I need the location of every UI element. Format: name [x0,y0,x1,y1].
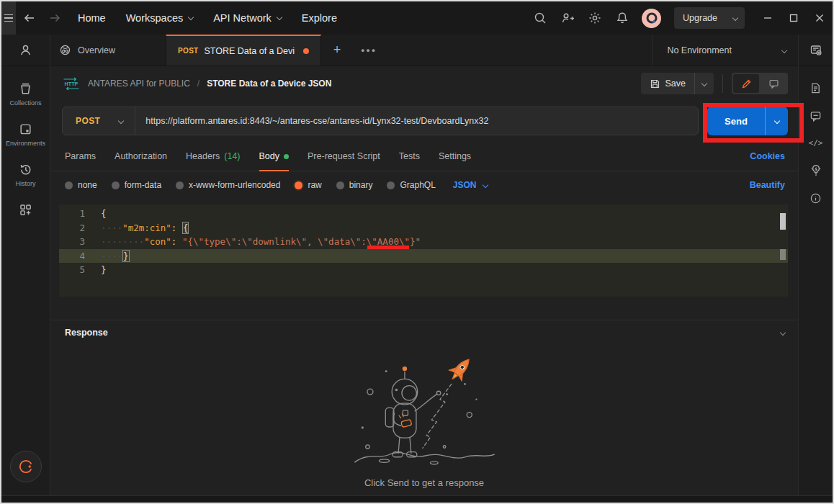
code-token: { [101,208,107,219]
nav-item-api-network[interactable]: API Network [203,1,292,35]
nav-item-explore[interactable]: Explore [292,1,347,35]
save-button[interactable]: Save [641,73,714,94]
sidebar-item-collections[interactable]: Collections [1,82,50,107]
sidebar-item-environments[interactable]: Environments [1,122,50,147]
maximize-button[interactable] [781,1,807,35]
left-sidebar: Collections Environments History [1,35,50,495]
nav-item-workspaces[interactable]: Workspaces [116,1,204,35]
minimize-button[interactable] [755,1,781,35]
collapse-chevron-icon[interactable] [780,330,786,336]
invite-user-icon[interactable] [554,1,581,35]
editor-scroll-mark [780,249,786,260]
environment-selector[interactable]: No Environment [652,35,798,66]
tab-label: Tests [399,151,420,161]
hamburger-menu-icon[interactable] [1,1,16,35]
tab-overview[interactable]: Overview [50,35,166,66]
bulb-tips-icon[interactable] [810,163,822,176]
tab-options-ellipsis-icon[interactable]: ●●● [353,35,385,66]
tab-label: Authorization [115,151,167,161]
code-token: "con" [144,236,171,247]
url-input[interactable]: https://platform.antares.id:8443/~/antar… [135,116,498,126]
postman-window: HomeWorkspacesAPI NetworkExplore Upgrade [0,0,834,504]
forward-arrow-icon[interactable] [42,12,68,24]
radio-dot-icon [112,181,120,189]
save-options-button[interactable] [694,73,714,94]
line-code: } [101,263,107,277]
code-token: ···· [101,222,122,233]
body-type-binary[interactable]: binary [336,180,373,190]
close-button[interactable] [807,1,833,35]
notifications-bell-icon[interactable] [609,1,636,35]
tab-authorization[interactable]: Authorization [115,141,167,171]
collections-tray-icon [19,82,32,96]
tab-store-data-request[interactable]: POST STORE Data of a Devi [166,35,321,66]
search-icon[interactable] [526,1,554,35]
tab-tests[interactable]: Tests [399,141,420,171]
workspace-grid-icon [19,203,32,217]
editor-line: 1{ [59,207,788,221]
tab-headers[interactable]: Headers(14) [186,141,240,171]
edit-comment-toggle [732,73,788,94]
nav-item-label: API Network [213,12,272,24]
upgrade-button[interactable]: Upgrade [674,7,745,29]
info-icon[interactable] [810,192,822,204]
body-type-graphql[interactable]: GraphQL [387,180,435,190]
unsaved-dot-icon [303,48,309,54]
tab-pre-request-script[interactable]: Pre-request Script [308,141,380,171]
breadcrumb-separator: / [197,78,199,89]
comment-icon [768,78,779,89]
comments-icon[interactable] [810,110,822,122]
beautify-link[interactable]: Beautify [750,180,785,190]
sidebar-item-history[interactable]: History [1,163,50,187]
send-options-button[interactable] [765,107,788,135]
documentation-icon[interactable] [810,82,822,94]
radio-label: none [78,180,97,190]
line-code: { [101,207,107,221]
tab-title: STORE Data of a Devi [205,46,295,56]
tab-count-badge: (14) [224,151,240,161]
nav-item-label: Workspaces [126,12,184,24]
tab-label: Params [65,151,96,161]
comment-button[interactable] [761,74,786,93]
format-select[interactable]: JSON [453,180,488,190]
code-token: ···· [101,251,122,261]
breadcrumb-collection[interactable]: ANTARES API for PUBLIC [88,78,190,89]
code-token: ········ [101,236,144,247]
pencil-icon [741,78,752,89]
tab-label: Settings [439,151,471,161]
avatar[interactable] [642,9,661,28]
edit-pencil-button[interactable] [733,74,759,93]
new-tab-plus-icon[interactable]: + [321,35,353,66]
nav-item-home[interactable]: Home [68,1,116,35]
line-number: 3 [59,235,85,249]
environment-quick-look-icon[interactable] [799,35,833,66]
code-token: "{\"type\":\"downlink\", \"data\": [182,236,367,247]
send-button[interactable]: Send [707,107,788,135]
method-select[interactable]: POST [63,107,135,135]
breadcrumb-request-name[interactable]: STORE Data of a Device JSON [207,78,331,89]
editor-line: 4····} [59,249,788,264]
send-label: Send [707,116,765,127]
body-type-none[interactable]: none [65,180,97,190]
postman-api-logo-icon[interactable] [10,451,42,482]
code-snippet-icon[interactable]: </> [809,138,823,148]
code-token: "m2m:cin" [122,222,171,233]
body-editor[interactable]: 1{2····"m2m:cin": {3········"con": "{\"t… [59,204,788,297]
profile-person-icon[interactable] [1,35,50,66]
cookies-link[interactable]: Cookies [750,151,785,161]
tab-params[interactable]: Params [65,141,96,171]
body-type-raw[interactable]: raw [295,180,321,190]
sidebar-item-workspace-tools[interactable] [1,203,50,217]
line-number: 4 [59,249,85,264]
tab-body[interactable]: Body [259,141,290,171]
back-arrow-icon[interactable] [16,12,42,24]
radio-label: raw [308,180,321,190]
tab-overview-label: Overview [78,45,115,55]
radio-dot-icon [336,181,344,189]
body-type-x-www-form-urlencoded[interactable]: x-www-form-urlencoded [176,180,280,190]
settings-gear-icon[interactable] [581,1,609,35]
tab-settings[interactable]: Settings [439,141,471,171]
environments-box-icon [19,122,32,136]
tab-label: Pre-request Script [308,151,380,161]
body-type-form-data[interactable]: form-data [112,180,161,190]
